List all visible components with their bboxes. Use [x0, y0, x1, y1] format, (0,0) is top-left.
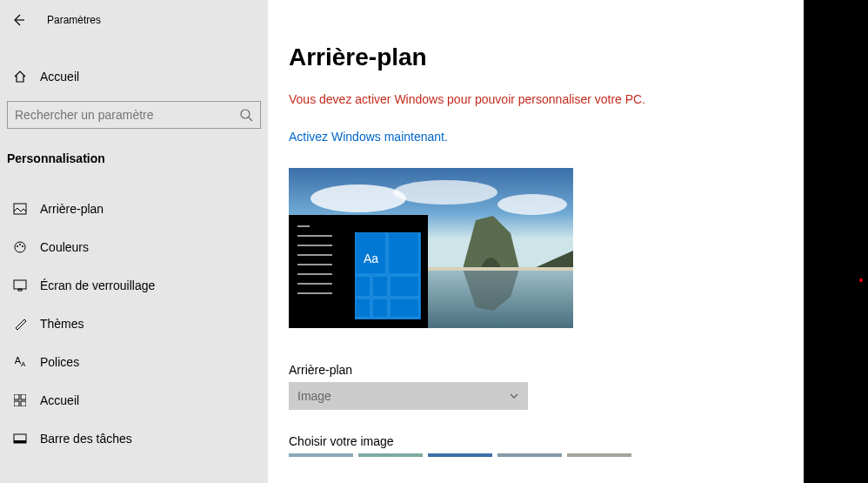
page-title: Arrière-plan	[289, 44, 804, 71]
svg-rect-9	[21, 394, 26, 399]
search-box[interactable]	[7, 101, 261, 129]
activation-warning: Vous devez activer Windows pour pouvoir …	[289, 92, 804, 106]
sidebar-item-colors[interactable]: Couleurs	[0, 228, 268, 266]
svg-point-0	[241, 110, 250, 118]
svg-rect-10	[14, 401, 19, 406]
image-thumb[interactable]	[567, 453, 631, 457]
picture-icon	[12, 203, 28, 215]
brush-icon	[12, 317, 28, 331]
svg-rect-6	[14, 280, 26, 289]
sidebar-home[interactable]: Accueil	[0, 61, 268, 92]
sidebar-item-start[interactable]: Accueil	[0, 381, 268, 419]
svg-rect-21	[388, 232, 419, 274]
svg-point-17	[497, 194, 567, 215]
choose-image-label: Choisir votre image	[289, 434, 804, 448]
start-icon	[12, 394, 28, 406]
nav-label: Couleurs	[40, 240, 89, 254]
preview-start-menu: Aa	[289, 215, 428, 328]
background-preview: Aa	[289, 168, 573, 328]
nav-label: Accueil	[40, 393, 79, 407]
black-margin	[804, 0, 868, 483]
sidebar-item-taskbar[interactable]: Barre des tâches	[0, 419, 268, 458]
svg-point-2	[15, 242, 25, 252]
sidebar-item-lockscreen[interactable]: Écran de verrouillage	[0, 266, 268, 305]
image-thumb[interactable]	[289, 453, 353, 457]
svg-rect-11	[21, 401, 26, 406]
nav-label: Écran de verrouillage	[40, 278, 155, 292]
search-input[interactable]	[15, 108, 239, 122]
activate-link[interactable]: Activez Windows maintenant.	[289, 130, 448, 144]
svg-rect-27	[390, 299, 419, 318]
image-thumbnails	[289, 453, 804, 457]
svg-rect-20	[355, 232, 386, 274]
search-icon	[239, 108, 253, 122]
nav-label: Thèmes	[40, 317, 84, 331]
svg-point-5	[22, 245, 23, 247]
svg-rect-24	[390, 276, 419, 297]
image-thumb[interactable]	[358, 453, 423, 457]
svg-rect-13	[14, 440, 26, 443]
svg-rect-26	[372, 299, 388, 318]
svg-rect-1	[14, 204, 26, 214]
chevron-down-icon	[509, 391, 519, 401]
sidebar-item-background[interactable]: Arrière-plan	[0, 190, 268, 228]
lockscreen-icon	[12, 279, 28, 292]
nav-list: Arrière-plan Couleurs Écran de verrouill…	[0, 190, 268, 458]
home-icon	[12, 70, 28, 84]
main-content: Arrière-plan Vous devez activer Windows …	[268, 0, 804, 483]
red-indicator	[859, 278, 863, 282]
svg-rect-23	[372, 276, 388, 297]
dropdown-value: Image	[297, 389, 331, 403]
back-button[interactable]	[9, 10, 28, 30]
font-icon: AA	[12, 355, 28, 368]
sidebar-item-themes[interactable]: Thèmes	[0, 305, 268, 343]
section-header: Personnalisation	[0, 129, 268, 174]
image-thumb[interactable]	[428, 453, 492, 457]
palette-icon	[12, 240, 28, 254]
nav-label: Polices	[40, 355, 79, 369]
preview-app-list	[297, 225, 346, 318]
svg-rect-8	[14, 394, 19, 399]
taskbar-icon	[12, 433, 28, 444]
background-type-dropdown[interactable]: Image	[289, 382, 528, 410]
svg-rect-25	[355, 299, 371, 318]
image-thumb[interactable]	[497, 453, 562, 457]
arrow-left-icon	[10, 12, 26, 28]
nav-label: Arrière-plan	[40, 202, 103, 216]
svg-point-16	[393, 180, 497, 205]
svg-point-15	[310, 184, 406, 212]
nav-label: Barre des tâches	[40, 432, 132, 446]
svg-rect-7	[18, 289, 22, 291]
svg-point-4	[19, 244, 21, 245]
window-title: Paramètres	[47, 14, 101, 26]
sidebar-item-fonts[interactable]: AA Polices	[0, 343, 268, 381]
topbar: Paramètres	[0, 7, 268, 40]
dropdown-label: Arrière-plan	[289, 363, 804, 377]
preview-tiles: Aa	[355, 232, 421, 319]
settings-window: Paramètres Accueil Personnalisation Arri…	[0, 0, 804, 483]
sidebar-home-label: Accueil	[40, 70, 79, 84]
svg-point-3	[17, 245, 18, 247]
svg-rect-22	[355, 276, 371, 297]
sidebar: Paramètres Accueil Personnalisation Arri…	[0, 0, 268, 483]
